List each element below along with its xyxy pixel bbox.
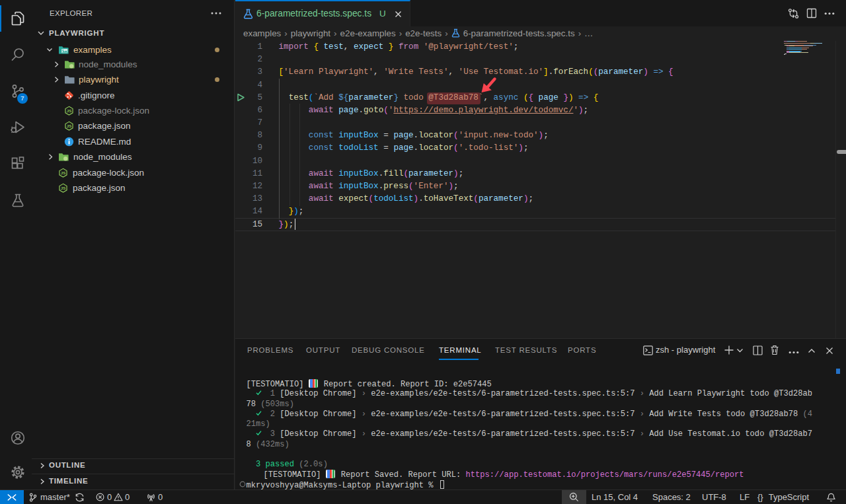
svg-text:JS: JS — [67, 108, 71, 113]
svg-text:JS: JS — [61, 170, 65, 174]
svg-text:JS: JS — [61, 186, 65, 190]
svg-text:JS: JS — [67, 124, 71, 128]
